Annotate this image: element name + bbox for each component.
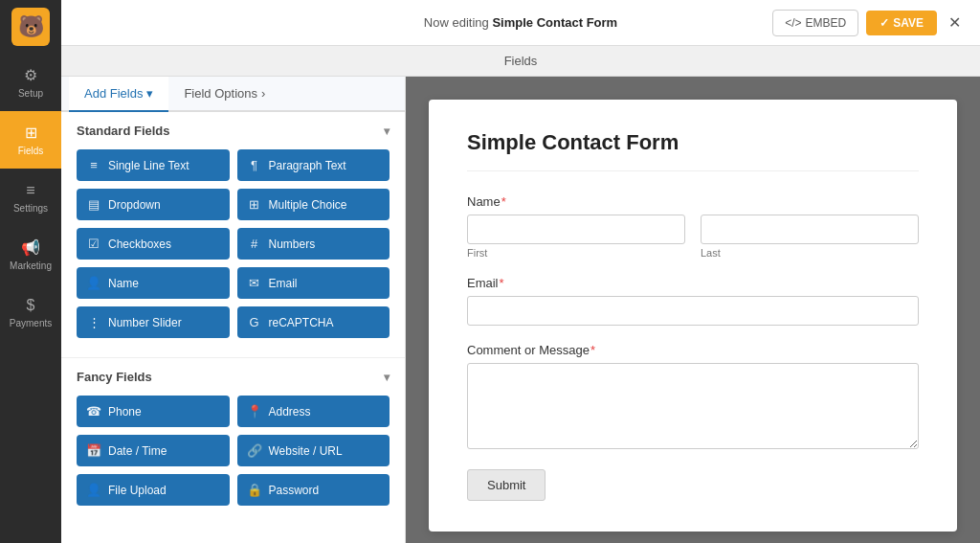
field-btn-number-slider[interactable]: ⋮ Number Slider [77,306,230,338]
field-btn-number-slider-label: Number Slider [108,316,182,329]
last-name-wrap: Last [701,215,919,259]
comment-required: * [590,343,595,357]
panel-tabs: Add Fields ▾ Field Options › [61,77,405,112]
sidebar-item-settings[interactable]: ≡ Settings [0,169,61,226]
first-name-wrap: First [467,215,685,259]
form-submit-button[interactable]: Submit [467,469,546,501]
main-area: Now editing Simple Contact Form </> EMBE… [61,0,980,543]
standard-fields-chevron: ▾ [384,124,390,138]
content-area: Add Fields ▾ Field Options › Standard Fi… [61,77,980,543]
field-btn-multiple-choice-label: Multiple Choice [269,198,347,212]
header-center: Now editing Simple Contact Form [372,15,668,30]
standard-fields-section: Standard Fields ▾ ≡ Single Line Text ¶ P… [61,112,405,357]
tab-add-chevron: ▾ [146,86,153,101]
email-input[interactable] [467,296,919,326]
multiple-choice-icon: ⊞ [247,197,262,212]
name-field-label: Name* [467,194,919,209]
field-btn-password-label: Password [269,484,320,497]
standard-fields-header[interactable]: Standard Fields ▾ [77,124,390,138]
tab-field-options[interactable]: Field Options › [168,77,280,112]
editing-label: Now editing [424,15,489,30]
form-name: Simple Contact Form [492,15,617,30]
field-btn-website-label: Website / URL [269,444,343,458]
form-preview-area: Simple Contact Form Name* First Last [406,77,980,543]
field-btn-datetime[interactable]: 📅 Date / Time [77,435,230,466]
datetime-icon: 📅 [86,443,101,458]
fields-tab-bar: Fields [61,46,980,77]
number-slider-icon: ⋮ [86,315,101,329]
fields-tab-label: Fields [504,54,538,68]
form-card: Simple Contact Form Name* First Last [429,100,957,532]
field-btn-numbers[interactable]: # Numbers [237,228,390,260]
field-btn-checkboxes[interactable]: ☑ Checkboxes [77,228,230,260]
numbers-icon: # [247,237,262,251]
fancy-fields-header[interactable]: Fancy Fields ▾ [77,370,390,384]
field-btn-recaptcha-label: reCAPTCHA [269,316,334,329]
password-icon: 🔒 [247,483,262,497]
email-field-label: Email* [467,276,919,290]
field-btn-password[interactable]: 🔒 Password [237,474,390,506]
fancy-fields-grid: ☎ Phone 📍 Address 📅 Date / Time 🔗 [77,396,390,506]
field-btn-dropdown[interactable]: ▤ Dropdown [77,189,230,220]
field-btn-name-label: Name [108,277,139,290]
file-upload-icon: 👤 [86,483,101,497]
field-btn-email-label: Email [269,277,298,290]
phone-icon: ☎ [86,404,101,419]
form-preview-title: Simple Contact Form [467,130,919,171]
save-check-icon: ✓ [880,16,889,30]
sidebar-label-setup: Setup [18,88,43,99]
form-field-name: Name* First Last [467,194,919,259]
name-required: * [501,194,506,209]
field-btn-single-line-text[interactable]: ≡ Single Line Text [77,149,230,181]
email-icon: ✉ [247,276,262,290]
tab-options-chevron: › [261,86,265,101]
top-header: Now editing Simple Contact Form </> EMBE… [61,0,980,46]
field-btn-file-upload[interactable]: 👤 File Upload [77,474,230,506]
field-btn-checkboxes-label: Checkboxes [108,238,171,251]
save-button[interactable]: ✓ SAVE [866,11,937,35]
close-button[interactable]: ✕ [945,10,965,35]
sidebar-label-settings: Settings [13,203,48,214]
tab-field-options-label: Field Options [184,86,257,101]
tab-add-fields[interactable]: Add Fields ▾ [69,77,168,112]
field-btn-single-line-text-label: Single Line Text [108,159,189,172]
embed-button[interactable]: </> EMBED [772,10,858,36]
tab-add-fields-label: Add Fields [84,86,143,101]
last-name-input[interactable] [701,215,919,244]
form-field-comment: Comment or Message* [467,343,919,452]
comment-field-label: Comment or Message* [467,343,919,357]
field-btn-address-label: Address [269,405,311,419]
field-btn-dropdown-label: Dropdown [108,198,161,212]
field-btn-paragraph-text-label: Paragraph Text [269,159,346,172]
sidebar-item-fields[interactable]: ⊞ Fields [0,111,61,169]
website-icon: 🔗 [247,443,262,458]
sidebar-item-setup[interactable]: ⚙ Setup [0,54,61,111]
field-btn-phone[interactable]: ☎ Phone [77,396,230,427]
fields-icon: ⊞ [25,124,37,142]
embed-code-icon: </> [785,16,801,30]
field-btn-name[interactable]: 👤 Name [77,267,230,299]
email-required: * [500,276,504,290]
first-name-input[interactable] [467,215,685,244]
settings-icon: ≡ [26,182,34,199]
field-btn-numbers-label: Numbers [269,238,316,251]
first-name-sublabel: First [467,247,685,259]
recaptcha-icon: G [247,315,262,329]
field-btn-recaptcha[interactable]: G reCAPTCHA [237,306,390,338]
fancy-fields-section: Fancy Fields ▾ ☎ Phone 📍 Address [61,357,405,525]
field-btn-website-url[interactable]: 🔗 Website / URL [237,435,390,466]
field-btn-multiple-choice[interactable]: ⊞ Multiple Choice [237,189,390,220]
checkboxes-icon: ☑ [86,237,101,251]
comment-textarea[interactable] [467,363,919,449]
sidebar-item-payments[interactable]: $ Payments [0,283,61,341]
field-btn-phone-label: Phone [108,405,142,419]
field-btn-address[interactable]: 📍 Address [237,396,390,427]
field-btn-paragraph-text[interactable]: ¶ Paragraph Text [237,149,390,181]
sidebar-item-marketing[interactable]: 📢 Marketing [0,226,61,283]
field-btn-datetime-label: Date / Time [108,444,167,458]
name-input-row: First Last [467,215,919,259]
field-btn-email[interactable]: ✉ Email [237,267,390,299]
sidebar-label-fields: Fields [18,146,44,156]
sidebar-label-payments: Payments [10,318,52,328]
standard-fields-title: Standard Fields [77,124,170,138]
